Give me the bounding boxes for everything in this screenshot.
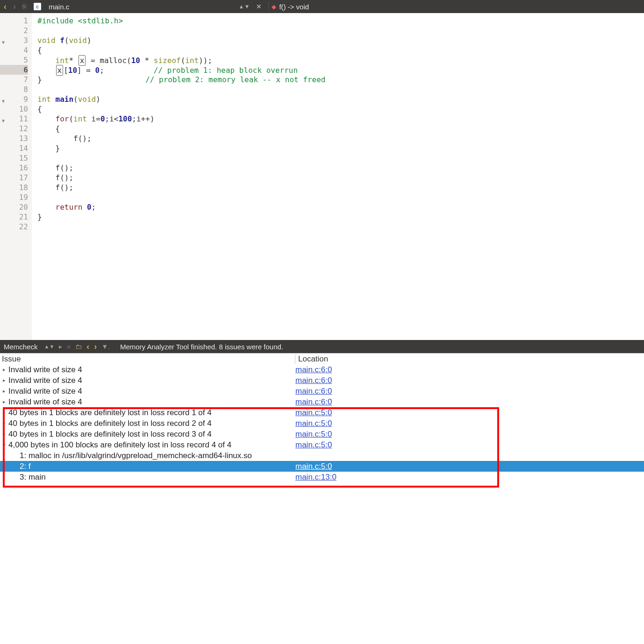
code-line[interactable]: } — [37, 212, 644, 222]
issue-location[interactable]: main.c:5:0 — [295, 408, 644, 418]
nav-group: ‹ › ⎘ c main.c — [2, 2, 69, 12]
issue-location[interactable]: main.c:5:0 — [295, 462, 644, 471]
code-line[interactable]: { — [37, 104, 644, 114]
run-icon[interactable]: ▸ — [59, 343, 62, 350]
line-number: 14 — [0, 143, 28, 153]
issue-text: 40 bytes in 1 blocks are definitely lost… — [8, 408, 295, 418]
code-line[interactable] — [37, 192, 644, 202]
code-line[interactable]: f(); — [37, 134, 644, 143]
tab-divider — [268, 2, 269, 11]
filename-label[interactable]: main.c — [49, 3, 69, 11]
issue-row[interactable]: ▸40 bytes in 1 blocks are definitely los… — [0, 418, 644, 429]
code-line[interactable]: } // problem 2: memory leak -- x not fre… — [37, 75, 644, 85]
line-number: 11▼ — [0, 114, 28, 124]
line-number: 18 — [0, 183, 28, 192]
code-editor[interactable]: 123▼456789▼1011▼1213141516171819202122 #… — [0, 13, 644, 340]
issue-row[interactable]: ▸40 bytes in 1 blocks are definitely los… — [0, 429, 644, 439]
issue-row[interactable]: ▸Invalid write of size 4main.c:6:0 — [0, 364, 644, 375]
issue-location[interactable]: main.c:6:0 — [295, 365, 644, 375]
issues-header-location[interactable]: Location — [295, 354, 644, 364]
code-line[interactable]: f(); — [37, 183, 644, 192]
lock-icon: ⎘ — [22, 3, 26, 10]
next-issue-icon[interactable]: › — [94, 342, 97, 352]
code-line[interactable] — [37, 222, 644, 232]
issues-header: Issue Location — [0, 353, 644, 364]
code-line[interactable]: void f(void) — [37, 35, 644, 45]
expand-icon[interactable]: ▸ — [0, 410, 8, 416]
line-number: 17 — [0, 173, 28, 183]
nav-back-icon[interactable]: ‹ — [2, 2, 8, 12]
line-number: 20 — [0, 202, 28, 212]
function-signature-label[interactable]: f() -> void — [279, 3, 309, 11]
code-line[interactable]: x[10] = 0; // problem 1: heap block over… — [37, 65, 644, 75]
panel-updown-icon[interactable]: ▲▼ — [44, 344, 55, 349]
issue-location[interactable]: main.c:5:0 — [295, 419, 644, 428]
code-line[interactable]: for(int i=0;i<100;i++) — [37, 114, 644, 124]
folder-icon[interactable]: 🗀 — [75, 343, 82, 350]
issue-text: Invalid write of size 4 — [8, 387, 295, 396]
expand-icon[interactable]: ▾ — [0, 442, 8, 448]
issue-row[interactable]: 1: malloc in /usr/lib/valgrind/vgpreload… — [0, 450, 644, 461]
issue-text: Invalid write of size 4 — [8, 397, 295, 407]
filter-icon[interactable]: ▼. — [101, 343, 110, 350]
issues-list[interactable]: ▸Invalid write of size 4main.c:6:0▸Inval… — [0, 364, 644, 492]
issue-row[interactable]: ▾4,000 bytes in 100 blocks are definitel… — [0, 439, 644, 450]
line-number: 4 — [0, 45, 28, 55]
line-number: 16 — [0, 163, 28, 173]
line-number: 13 — [0, 134, 28, 143]
expand-icon[interactable]: ▸ — [0, 420, 8, 426]
issue-row[interactable]: ▸Invalid write of size 4main.c:6:0 — [0, 396, 644, 407]
line-number: 5 — [0, 55, 28, 65]
line-number: 19 — [0, 192, 28, 202]
code-line[interactable]: f(); — [37, 163, 644, 173]
line-number: 2 — [0, 26, 28, 35]
c-file-icon: c — [34, 3, 41, 10]
close-tab-icon[interactable]: ✕ — [256, 3, 262, 10]
issue-text: 3: main — [8, 473, 295, 482]
split-updown-icon[interactable]: ▲▼ — [239, 3, 250, 10]
code-line[interactable] — [37, 26, 644, 35]
issue-row[interactable]: 2: fmain.c:5:0 — [0, 461, 644, 472]
issues-header-issue[interactable]: Issue — [0, 354, 295, 364]
issue-location[interactable]: main.c:5:0 — [295, 440, 644, 450]
code-line[interactable]: int* x = malloc(10 * sizeof(int)); — [37, 55, 644, 65]
nav-forward-icon[interactable]: › — [11, 2, 18, 12]
expand-icon[interactable]: ▸ — [0, 399, 8, 405]
expand-icon[interactable]: ▸ — [0, 367, 8, 373]
prev-issue-icon[interactable]: ‹ — [86, 342, 89, 352]
code-area[interactable]: #include <stdlib.h> void f(void){ int* x… — [32, 13, 644, 340]
code-line[interactable]: { — [37, 124, 644, 134]
issue-location[interactable]: main.c:5:0 — [295, 430, 644, 439]
code-line[interactable]: return 0; — [37, 202, 644, 212]
line-number: 7 — [0, 75, 28, 85]
expand-icon[interactable]: ▸ — [0, 431, 8, 437]
code-line[interactable] — [37, 153, 644, 163]
expand-icon[interactable]: ▸ — [0, 377, 8, 383]
code-line[interactable]: int main(void) — [37, 94, 644, 104]
line-number: 21 — [0, 212, 28, 222]
issue-location[interactable]: main.c:6:0 — [295, 387, 644, 396]
line-number: 9▼ — [0, 94, 28, 104]
code-line[interactable]: { — [37, 45, 644, 55]
code-line[interactable] — [37, 85, 644, 94]
memcheck-toolbar: Memcheck ▲▼ ▸ ■ 🗀 ‹ › ▼. Memory Analyzer… — [0, 340, 644, 353]
line-number: 6 — [0, 65, 28, 75]
code-line[interactable]: #include <stdlib.h> — [37, 16, 644, 26]
editor-tabbar: ‹ › ⎘ c main.c ▲▼ ✕ ◆ f() -> void — [0, 0, 644, 13]
issue-location[interactable]: main.c:6:0 — [295, 376, 644, 385]
issue-row[interactable]: ▸Invalid write of size 4main.c:6:0 — [0, 375, 644, 386]
line-number: 22 — [0, 222, 28, 232]
stop-icon[interactable]: ■ — [67, 343, 71, 350]
code-line[interactable]: } — [37, 143, 644, 153]
issue-text: 40 bytes in 1 blocks are definitely lost… — [8, 419, 295, 428]
line-number: 15 — [0, 153, 28, 163]
issue-location[interactable]: main.c:13:0 — [295, 473, 644, 482]
issue-row[interactable]: ▸40 bytes in 1 blocks are definitely los… — [0, 407, 644, 418]
issue-location[interactable]: main.c:6:0 — [295, 397, 644, 407]
issue-row[interactable]: 3: mainmain.c:13:0 — [0, 472, 644, 482]
panel-title[interactable]: Memcheck — [4, 343, 38, 351]
issue-row[interactable]: ▸Invalid write of size 4main.c:6:0 — [0, 386, 644, 396]
line-number: 8 — [0, 85, 28, 94]
expand-icon[interactable]: ▸ — [0, 388, 8, 394]
code-line[interactable]: f(); — [37, 173, 644, 183]
